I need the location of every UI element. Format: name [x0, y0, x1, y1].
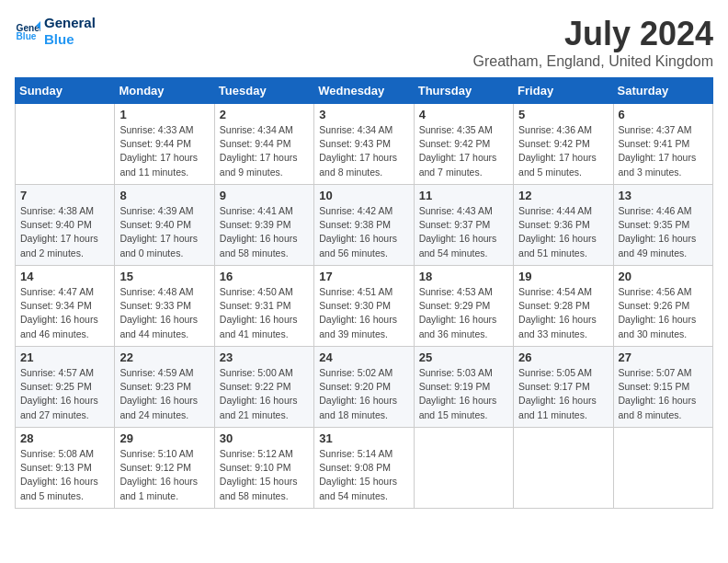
day-info: Sunrise: 4:54 AMSunset: 9:28 PMDaylight:…: [518, 285, 608, 341]
day-info: Sunrise: 4:42 AMSunset: 9:38 PMDaylight:…: [319, 204, 408, 260]
calendar-cell: [514, 428, 613, 509]
calendar-cell: 15Sunrise: 4:48 AMSunset: 9:33 PMDayligh…: [115, 266, 214, 347]
day-number: 10: [319, 189, 408, 202]
svg-text:Blue: Blue: [17, 31, 37, 41]
day-info: Sunrise: 5:10 AMSunset: 9:12 PMDaylight:…: [119, 447, 209, 503]
day-number: 11: [419, 189, 508, 202]
calendar-cell: [16, 104, 115, 185]
day-number: 31: [319, 431, 408, 445]
day-info: Sunrise: 4:48 AMSunset: 9:33 PMDaylight:…: [119, 285, 209, 341]
day-info: Sunrise: 4:43 AMSunset: 9:37 PMDaylight:…: [419, 204, 508, 260]
day-number: 13: [619, 189, 708, 202]
logo-line1: General: [44, 15, 96, 31]
calendar-cell: 27Sunrise: 5:07 AMSunset: 9:15 PMDayligh…: [613, 347, 712, 428]
calendar-cell: 20Sunrise: 4:56 AMSunset: 9:26 PMDayligh…: [613, 266, 712, 347]
day-number: 6: [619, 108, 708, 121]
calendar-cell: 14Sunrise: 4:47 AMSunset: 9:34 PMDayligh…: [16, 266, 115, 347]
day-info: Sunrise: 4:34 AMSunset: 9:44 PMDaylight:…: [220, 123, 309, 179]
day-info: Sunrise: 4:50 AMSunset: 9:31 PMDaylight:…: [220, 285, 309, 341]
calendar-cell: 9Sunrise: 4:41 AMSunset: 9:39 PMDaylight…: [214, 185, 313, 266]
calendar-cell: 8Sunrise: 4:39 AMSunset: 9:40 PMDaylight…: [115, 185, 214, 266]
col-header-wednesday: Wednesday: [314, 78, 414, 104]
day-info: Sunrise: 5:07 AMSunset: 9:15 PMDaylight:…: [619, 366, 708, 422]
calendar-cell: 30Sunrise: 5:12 AMSunset: 9:10 PMDayligh…: [214, 428, 313, 509]
calendar-cell: 2Sunrise: 4:34 AMSunset: 9:44 PMDaylight…: [214, 104, 313, 185]
day-number: 3: [319, 108, 408, 121]
page-header: General Blue General Blue July 2024 Grea…: [15, 15, 713, 70]
day-number: 18: [419, 270, 508, 283]
day-info: Sunrise: 4:34 AMSunset: 9:43 PMDaylight:…: [319, 123, 408, 179]
day-number: 24: [319, 350, 408, 364]
day-info: Sunrise: 4:35 AMSunset: 9:42 PMDaylight:…: [419, 123, 508, 179]
day-info: Sunrise: 5:05 AMSunset: 9:17 PMDaylight:…: [518, 366, 608, 422]
calendar-cell: 3Sunrise: 4:34 AMSunset: 9:43 PMDaylight…: [314, 104, 414, 185]
calendar-cell: 7Sunrise: 4:38 AMSunset: 9:40 PMDaylight…: [16, 185, 115, 266]
day-info: Sunrise: 4:51 AMSunset: 9:30 PMDaylight:…: [319, 285, 408, 341]
calendar-cell: 19Sunrise: 4:54 AMSunset: 9:28 PMDayligh…: [514, 266, 613, 347]
calendar-cell: 6Sunrise: 4:37 AMSunset: 9:41 PMDaylight…: [613, 104, 712, 185]
logo-icon: General Blue: [15, 18, 40, 44]
day-number: 2: [220, 108, 309, 121]
calendar-cell: [613, 428, 712, 509]
day-info: Sunrise: 4:33 AMSunset: 9:44 PMDaylight:…: [119, 123, 209, 179]
title-area: July 2024 Greatham, England, United King…: [473, 15, 713, 70]
calendar-cell: 13Sunrise: 4:46 AMSunset: 9:35 PMDayligh…: [613, 185, 712, 266]
calendar-header-row: SundayMondayTuesdayWednesdayThursdayFrid…: [16, 78, 713, 104]
day-number: 23: [220, 350, 309, 364]
col-header-monday: Monday: [115, 78, 214, 104]
day-number: 22: [119, 350, 209, 364]
col-header-thursday: Thursday: [414, 78, 513, 104]
calendar-cell: 16Sunrise: 4:50 AMSunset: 9:31 PMDayligh…: [214, 266, 313, 347]
calendar-cell: 24Sunrise: 5:02 AMSunset: 9:20 PMDayligh…: [314, 347, 414, 428]
calendar-cell: 18Sunrise: 4:53 AMSunset: 9:29 PMDayligh…: [414, 266, 513, 347]
calendar-cell: 10Sunrise: 4:42 AMSunset: 9:38 PMDayligh…: [314, 185, 414, 266]
calendar-cell: 22Sunrise: 4:59 AMSunset: 9:23 PMDayligh…: [115, 347, 214, 428]
day-number: 8: [119, 189, 209, 202]
calendar-cell: 28Sunrise: 5:08 AMSunset: 9:13 PMDayligh…: [16, 428, 115, 509]
calendar-cell: 21Sunrise: 4:57 AMSunset: 9:25 PMDayligh…: [16, 347, 115, 428]
location-subtitle: Greatham, England, United Kingdom: [473, 53, 713, 70]
day-number: 20: [619, 270, 708, 283]
col-header-sunday: Sunday: [16, 78, 115, 104]
day-number: 14: [20, 270, 109, 283]
calendar-cell: 12Sunrise: 4:44 AMSunset: 9:36 PMDayligh…: [514, 185, 613, 266]
day-number: 1: [119, 108, 209, 121]
day-info: Sunrise: 4:47 AMSunset: 9:34 PMDaylight:…: [20, 285, 109, 341]
calendar-cell: 11Sunrise: 4:43 AMSunset: 9:37 PMDayligh…: [414, 185, 513, 266]
day-info: Sunrise: 5:03 AMSunset: 9:19 PMDaylight:…: [419, 366, 508, 422]
calendar-week-row: 28Sunrise: 5:08 AMSunset: 9:13 PMDayligh…: [16, 428, 713, 509]
calendar-cell: [414, 428, 513, 509]
day-number: 4: [419, 108, 508, 121]
calendar-cell: 1Sunrise: 4:33 AMSunset: 9:44 PMDaylight…: [115, 104, 214, 185]
day-number: 28: [20, 431, 109, 445]
day-info: Sunrise: 4:41 AMSunset: 9:39 PMDaylight:…: [220, 204, 309, 260]
day-info: Sunrise: 5:14 AMSunset: 9:08 PMDaylight:…: [319, 447, 408, 503]
day-number: 25: [419, 350, 508, 364]
day-number: 12: [518, 189, 608, 202]
day-info: Sunrise: 4:56 AMSunset: 9:26 PMDaylight:…: [619, 285, 708, 341]
day-info: Sunrise: 4:39 AMSunset: 9:40 PMDaylight:…: [119, 204, 209, 260]
day-number: 15: [119, 270, 209, 283]
day-info: Sunrise: 4:59 AMSunset: 9:23 PMDaylight:…: [119, 366, 209, 422]
day-info: Sunrise: 5:00 AMSunset: 9:22 PMDaylight:…: [220, 366, 309, 422]
calendar-cell: 17Sunrise: 4:51 AMSunset: 9:30 PMDayligh…: [314, 266, 414, 347]
calendar-week-row: 7Sunrise: 4:38 AMSunset: 9:40 PMDaylight…: [16, 185, 713, 266]
calendar-cell: 26Sunrise: 5:05 AMSunset: 9:17 PMDayligh…: [514, 347, 613, 428]
day-number: 26: [518, 350, 608, 364]
day-number: 29: [119, 431, 209, 445]
day-info: Sunrise: 4:38 AMSunset: 9:40 PMDaylight:…: [20, 204, 109, 260]
col-header-tuesday: Tuesday: [214, 78, 313, 104]
day-number: 16: [220, 270, 309, 283]
day-info: Sunrise: 5:08 AMSunset: 9:13 PMDaylight:…: [20, 447, 109, 503]
day-info: Sunrise: 5:12 AMSunset: 9:10 PMDaylight:…: [220, 447, 309, 503]
col-header-friday: Friday: [514, 78, 613, 104]
day-number: 27: [619, 350, 708, 364]
day-number: 17: [319, 270, 408, 283]
day-number: 19: [518, 270, 608, 283]
day-number: 5: [518, 108, 608, 121]
calendar-cell: 4Sunrise: 4:35 AMSunset: 9:42 PMDaylight…: [414, 104, 513, 185]
calendar-week-row: 21Sunrise: 4:57 AMSunset: 9:25 PMDayligh…: [16, 347, 713, 428]
day-info: Sunrise: 4:57 AMSunset: 9:25 PMDaylight:…: [20, 366, 109, 422]
day-number: 7: [20, 189, 109, 202]
calendar-cell: 23Sunrise: 5:00 AMSunset: 9:22 PMDayligh…: [214, 347, 313, 428]
